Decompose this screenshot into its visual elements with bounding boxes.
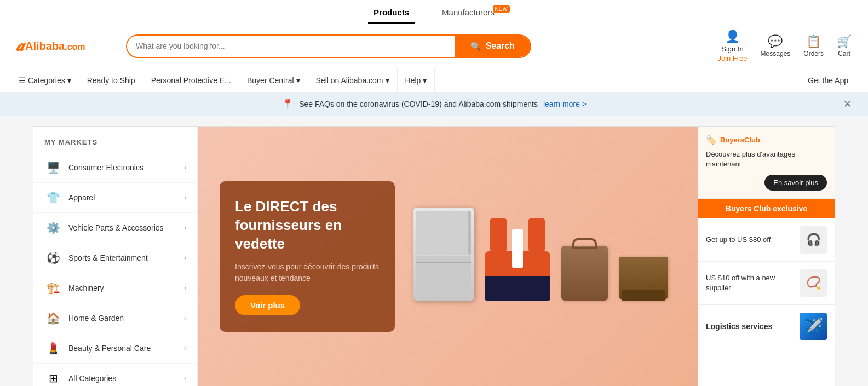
hero-images (406, 208, 676, 306)
sidebar-item-machinery[interactable]: 🏗️ Machinery › (33, 273, 197, 303)
user-icon: 👤 (725, 30, 740, 44)
nav-sell[interactable]: Sell on Alibaba.com ▾ (308, 68, 398, 92)
messages-action[interactable]: 💬 Messages (761, 34, 791, 57)
nav-ready-to-ship[interactable]: Ready to Ship (79, 68, 143, 92)
location-icon: 📍 (281, 98, 294, 110)
buyers-club-exclusive[interactable]: Buyers Club exclusive (698, 199, 835, 218)
sidebar-item-label: Beauty & Personal Care (68, 344, 177, 353)
top-nav: Products Manufacturers NEW (0, 0, 868, 24)
discount-80-text: Get up to US $80 off (706, 235, 794, 245)
logistics-image: ✈️ (800, 313, 827, 340)
necklace-icon: 📿 (806, 276, 821, 290)
chevron-right-icon: › (184, 375, 186, 382)
sidebar-item-beauty[interactable]: 💄 Beauty & Personal Care › (33, 333, 197, 364)
header-actions: 👤 Sign In Join Free 💬 Messages 📋 Orders … (717, 30, 852, 62)
chevron-right-icon: › (184, 254, 186, 262)
orders-action[interactable]: 📋 Orders (803, 34, 824, 57)
plane-icon: ✈️ (804, 318, 823, 336)
cart-action[interactable]: 🛒 Cart (837, 34, 852, 57)
chevron-right-icon: › (184, 314, 186, 322)
tab-manufacturers[interactable]: Manufacturers NEW (436, 4, 500, 24)
logo-text: Alibaba.com (25, 40, 85, 53)
search-input[interactable] (127, 36, 455, 57)
close-icon[interactable]: ✕ (843, 98, 852, 110)
hero-title: Le DIRECT des fournisseurs en vedette (235, 198, 380, 253)
header: 𝒂 Alibaba.com 🔍 Search 👤 Sign In Join Fr… (0, 24, 868, 68)
search-bar: 🔍 Search (126, 34, 531, 58)
hero-text-box: Le DIRECT des fournisseurs en vedette In… (220, 181, 395, 331)
secondary-nav: ☰ Categories ▾ Ready to Ship Personal Pr… (0, 68, 868, 93)
buyers-club-name: BuyersClub (720, 136, 760, 144)
sidebar: MY MARKETS 🖥️ Consumer Electronics › 👕 A… (33, 127, 198, 386)
nav-help[interactable]: Help ▾ (398, 68, 435, 92)
discount-10-text: US $10 off with a new supplier (706, 273, 794, 293)
logo[interactable]: 𝒂 Alibaba.com (16, 37, 115, 55)
tab-products[interactable]: Products (368, 4, 415, 24)
hero-button[interactable]: Voir plus (235, 295, 300, 315)
chevron-down-icon: ▾ (386, 76, 389, 85)
get-app-link[interactable]: Get the App (799, 76, 857, 85)
buyers-club-header: 🏷️ BuyersClub Découvrez plus d'avantages… (698, 127, 835, 199)
sidebar-item-label: Vehicle Parts & Accessories (68, 223, 177, 232)
chevron-right-icon: › (184, 344, 186, 352)
main-content: MY MARKETS 🖥️ Consumer Electronics › 👕 A… (33, 126, 835, 386)
nav-personal-protective[interactable]: Personal Protective E... (143, 68, 239, 92)
chevron-down-icon: ▾ (296, 76, 300, 85)
headphones-icon: 🎧 (806, 233, 821, 247)
consumer-electronics-icon: 🖥️ (44, 159, 62, 176)
cart-icon: 🛒 (837, 34, 852, 49)
home-garden-icon: 🏠 (44, 309, 62, 327)
new-badge: NEW (493, 5, 510, 13)
sidebar-item-apparel[interactable]: 👕 Apparel › (33, 183, 197, 213)
hero-carousel: Le DIRECT des fournisseurs en vedette In… (198, 127, 698, 386)
sidebar-item-vehicle-parts[interactable]: ⚙️ Vehicle Parts & Accessories › (33, 213, 197, 243)
hero-subtitle: Inscrivez-vous pour découvrir des produi… (235, 261, 380, 284)
chevron-right-icon: › (184, 224, 186, 232)
logistics-text: Logistics services (706, 321, 794, 332)
signin-join[interactable]: 👤 Sign In Join Free (717, 30, 747, 62)
alibaba-logo-icon: 𝒂 (16, 37, 24, 55)
sidebar-item-label: Home & Garden (68, 314, 177, 322)
chevron-right-icon: › (184, 194, 186, 201)
buyers-club-desc: Découvrez plus d'avantages maintenant (706, 149, 827, 169)
machinery-icon: 🏗️ (44, 279, 62, 297)
search-button[interactable]: 🔍 Search (455, 36, 530, 57)
right-panel-item-logistics[interactable]: Logistics services ✈️ (698, 305, 835, 348)
sidebar-item-label: Apparel (68, 193, 177, 202)
sidebar-item-label: Machinery (68, 284, 177, 292)
sidebar-item-label: Consumer Electronics (68, 163, 177, 172)
discount-10-image: 📿 (800, 269, 827, 297)
sidebar-item-sports[interactable]: ⚽ Sports & Entertainment › (33, 243, 197, 273)
right-panel-item-discount-10[interactable]: US $10 off with a new supplier 📿 (698, 262, 835, 305)
sidebar-item-all-categories[interactable]: ⊞ All Categories › (33, 364, 197, 386)
buyers-club-icon: 🏷️ (706, 135, 717, 145)
sports-icon: ⚽ (44, 249, 62, 267)
chevron-down-icon: ▾ (423, 76, 427, 85)
hero-inner: Le DIRECT des fournisseurs en vedette In… (198, 127, 698, 386)
sidebar-title: MY MARKETS (33, 138, 197, 153)
nav-categories[interactable]: ☰ Categories ▾ (11, 68, 79, 92)
messages-icon: 💬 (768, 34, 783, 49)
sidebar-item-label: All Categories (68, 374, 177, 383)
sidebar-item-home-garden[interactable]: 🏠 Home & Garden › (33, 303, 197, 333)
learn-more-link[interactable]: learn more > (543, 100, 587, 108)
covid-banner: 📍 See FAQs on the coronavirus (COVID-19)… (0, 93, 868, 116)
apparel-icon: 👕 (44, 189, 62, 206)
buyers-club-logo: 🏷️ BuyersClub (706, 135, 827, 145)
chevron-down-icon: ▾ (67, 76, 71, 85)
chevron-right-icon: › (184, 284, 186, 292)
sidebar-item-label: Sports & Entertainment (68, 254, 177, 262)
discount-80-image: 🎧 (800, 226, 827, 254)
hamburger-icon: ☰ (19, 76, 26, 85)
right-panel: 🏷️ BuyersClub Découvrez plus d'avantages… (698, 127, 835, 386)
chevron-right-icon: › (184, 164, 186, 171)
nav-buyer-central[interactable]: Buyer Central ▾ (239, 68, 308, 92)
orders-icon: 📋 (806, 34, 821, 49)
right-panel-item-discount-80[interactable]: Get up to US $80 off 🎧 (698, 218, 835, 262)
beauty-icon: 💄 (44, 339, 62, 357)
all-categories-icon: ⊞ (44, 370, 62, 386)
vehicle-icon: ⚙️ (44, 219, 62, 237)
search-icon: 🔍 (470, 41, 481, 51)
en-savoir-plus-button[interactable]: En savoir plus (764, 175, 827, 191)
sidebar-item-consumer-electronics[interactable]: 🖥️ Consumer Electronics › (33, 153, 197, 183)
